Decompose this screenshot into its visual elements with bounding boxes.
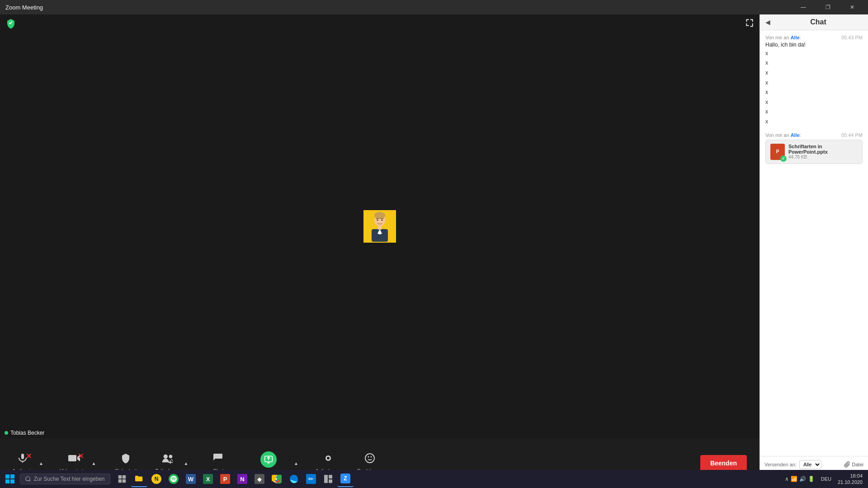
battery-icon: 🔋 [808,476,815,482]
taskbar-excel[interactable]: X [200,471,216,487]
svg-rect-28 [324,475,328,483]
attach-file-button[interactable]: Datei [844,461,863,468]
reactions-icon [364,453,375,466]
user-name: Tobias Becker [10,430,44,436]
file-type-label: P [776,150,779,154]
taskbar-word[interactable]: W [183,471,199,487]
svg-point-8 [169,455,172,458]
word-icon: W [186,474,196,484]
svg-point-1 [374,212,385,219]
clock-time: 18:04 [838,473,863,479]
end-meeting-button[interactable]: Beenden [700,455,747,471]
chat-recipient-1: Alle [791,35,800,40]
share-caret[interactable]: ▲ [292,460,300,467]
participants-icon [161,453,173,466]
taskbar-time: 18:04 21.10.2020 [838,473,863,486]
audio-caret[interactable]: ▲ [37,460,45,467]
attach-file-label: Datei [852,462,863,467]
file-attachment[interactable]: P ✓ Schriftarten in PowerPoint.pptx 44.7… [765,140,863,164]
close-button[interactable]: ✕ [842,0,863,14]
chat-sender-2: Von mir an Alle: [765,132,801,138]
video-caret[interactable]: ▲ [90,460,98,467]
chat-meta-2: Von mir an Alle: 05:44 PM [765,132,863,138]
expand-icon[interactable] [745,18,754,29]
chat-time-1: 05:43 PM [841,35,863,40]
taskbar-onenote[interactable]: N [234,471,250,487]
online-indicator [5,431,8,435]
systray: ∧ 📶 🔊 🔋 [785,476,815,482]
svg-rect-24 [123,479,126,483]
send-to-select[interactable]: Alle [799,460,821,469]
video-mute-indicator: ✕ [78,452,84,460]
taskbar-search[interactable]: Zur Suche Text hier eingeben [20,474,110,484]
taskbar-powerpoint[interactable]: P [217,471,233,487]
systray-expand[interactable]: ∧ [785,476,789,482]
minimize-button[interactable]: — [793,0,814,14]
taskbar-chrome[interactable] [269,471,285,487]
start-button[interactable] [2,471,18,487]
shield-icon [5,18,16,29]
chat-x-marks: xxxxxxxx [765,49,863,127]
record-icon [323,453,334,466]
chat-header: ◀ Chat [760,14,868,30]
spotify-icon [169,474,179,484]
svg-point-13 [365,454,374,463]
mute-indicator: ✕ [26,452,32,460]
chat-messages: Von mir an Alle: 05:43 PM Hallo, ich bin… [760,30,868,456]
taskbar-snap[interactable] [320,471,336,487]
taskbar-spotify[interactable] [165,471,182,487]
excel-icon: X [203,474,213,484]
language-indicator: DEU [821,476,831,482]
taskbar-app-generic[interactable]: ◆ [251,471,268,487]
chat-message-group-1: Von mir an Alle: 05:43 PM Hallo, ich bin… [765,35,863,127]
chat-panel: ◀ Chat Von mir an Alle: 05:43 PM Hallo, … [760,14,868,488]
taskbar-norton[interactable]: N [148,471,165,487]
user-label: Tobias Becker [5,430,44,436]
onenote-icon: N [237,474,247,484]
search-placeholder: Zur Suche Text hier eingeben [34,476,105,482]
title-bar: Zoom Meeting — ❐ ✕ [0,0,868,14]
svg-rect-30 [329,479,332,483]
svg-rect-4 [378,226,382,230]
svg-rect-19 [10,479,14,483]
volume-icon: 🔊 [799,476,806,482]
svg-point-12 [327,457,330,460]
generic-icon: ◆ [255,474,264,484]
chat-sender-1: Von mir an Alle: [765,35,801,40]
chat-collapse-button[interactable]: ◀ [765,19,770,26]
taskbar-zoom[interactable]: Z [337,471,354,487]
restore-button[interactable]: ❐ [817,0,838,14]
taskbar-edge[interactable] [286,471,302,487]
svg-rect-21 [118,475,122,479]
taskbar-apps: N W X P N ◆ [114,471,785,487]
file-info: Schriftarten in PowerPoint.pptx 44.76 KB [788,144,858,160]
svg-rect-17 [10,474,14,479]
taskbar-taskview[interactable] [114,471,130,487]
zoom-icon: Z [340,474,350,483]
svg-rect-18 [5,479,9,483]
snap-icon [323,474,333,484]
norton-icon: N [151,474,161,484]
taskbar-drawing[interactable]: ✏ [303,471,319,487]
svg-point-5 [377,220,378,221]
clock-date: 21.10.2020 [838,479,863,485]
taskbar: Zur Suche Text hier eingeben N [0,470,868,488]
participants-caret[interactable]: ▲ [182,460,190,467]
taskbar-right: ∧ 📶 🔊 🔋 DEU 18:04 21.10.2020 [785,473,866,486]
taskbar-explorer[interactable] [131,471,147,487]
file-name: Schriftarten in PowerPoint.pptx [788,144,858,155]
chat-message-group-2: Von mir an Alle: 05:44 PM P ✓ Schriftart… [765,132,863,164]
share-icon-bg [260,451,277,468]
audio-icon: ✕ [17,453,28,466]
file-upload-check: ✓ [780,155,787,162]
video-area [0,14,760,438]
wifi-icon: 📶 [791,476,797,482]
powerpoint-icon: P [220,474,230,484]
svg-rect-29 [329,475,332,479]
chat-time-2: 05:44 PM [841,132,863,138]
chat-recipient-2: Alle [791,132,800,138]
drawing-icon: ✏ [306,474,316,484]
window-controls: — ❐ ✕ [793,0,863,14]
chat-title: Chat [774,18,863,26]
window-title: Zoom Meeting [5,4,793,11]
